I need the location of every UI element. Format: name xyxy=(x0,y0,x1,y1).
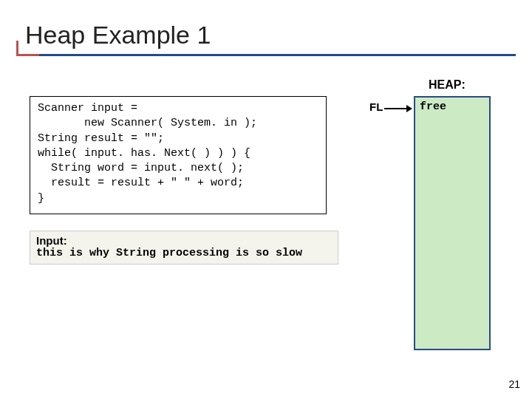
code-box: Scanner input = new Scanner( System. in … xyxy=(30,96,327,214)
code-line-6: result = result + " " + word; xyxy=(38,177,244,189)
input-box: Input: this is why String processing is … xyxy=(30,231,338,265)
arrow-line xyxy=(384,108,408,109)
input-text: this is why String processing is so slow xyxy=(36,247,332,259)
heap-free-cell: free xyxy=(420,100,446,113)
heap-title: HEAP: xyxy=(429,78,466,92)
input-label: Input: xyxy=(36,234,332,247)
arrow-icon xyxy=(384,108,412,109)
code-line-5: String word = input. next( ); xyxy=(38,162,244,174)
code-line-2: new Scanner( System. in ); xyxy=(38,117,257,129)
title-accent xyxy=(16,41,39,56)
page-number: 21 xyxy=(508,378,520,390)
title-bar: Heap Example 1 xyxy=(16,21,516,56)
arrow-head xyxy=(406,105,412,112)
code-line-7: } xyxy=(38,192,44,205)
code-line-4: while( input. has. Next( ) ) ) { xyxy=(38,147,250,160)
heap-box: free xyxy=(414,96,491,350)
fl-label: FL xyxy=(369,100,383,113)
code-line-1: Scanner input = xyxy=(38,102,144,115)
slide-title: Heap Example 1 xyxy=(16,21,516,54)
code-line-3: String result = ""; xyxy=(38,132,164,145)
